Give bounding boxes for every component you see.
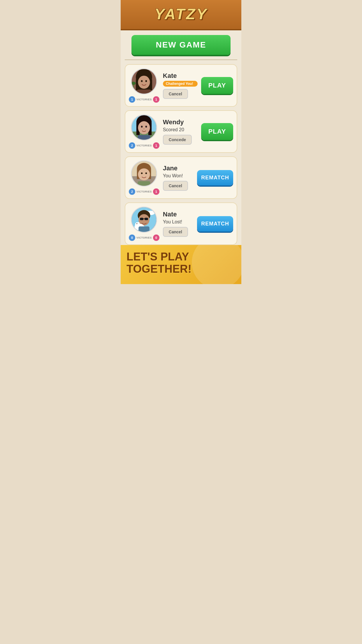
nate-my-victories: 0 [129, 235, 135, 241]
svg-point-26 [138, 168, 150, 180]
jane-victories: 2 VICTORIES 1 [129, 188, 159, 195]
jane-rematch-button[interactable]: REMATCH [197, 170, 233, 186]
svg-point-16 [141, 126, 143, 128]
svg-point-27 [141, 172, 143, 174]
wendy-my-victories: 2 [129, 142, 135, 149]
jane-info: Jane You Won! Cancel [163, 164, 194, 191]
wendy-their-victories: 1 [153, 142, 159, 149]
svg-rect-36 [145, 218, 148, 220]
nate-status: You Lost! [163, 219, 194, 225]
wendy-action: PLAY [201, 123, 233, 140]
player-card-kate: 1 VICTORIES 1 Kate Challenged You! Cance… [125, 64, 237, 107]
victories-label: VICTORIES [136, 98, 152, 101]
kate-their-victories: 1 [153, 96, 159, 103]
svg-point-17 [145, 126, 147, 128]
wendy-info: Wendy Scored 20 Concede [163, 118, 198, 145]
app-title: YATZY [121, 5, 241, 23]
divider [125, 60, 237, 60]
svg-rect-35 [140, 218, 143, 220]
nate-their-victories: 0 [153, 235, 159, 241]
svg-point-42 [137, 223, 138, 224]
kate-challenge-badge: Challenged You! [163, 81, 198, 87]
nate-avatar-svg [132, 207, 156, 232]
svg-rect-29 [138, 181, 150, 186]
kate-victories: 1 VICTORIES 1 [129, 96, 159, 103]
nate-avatar-section: 0 VICTORIES 0 [129, 206, 159, 241]
main-content: NEW GAME [121, 30, 241, 245]
svg-rect-6 [133, 84, 134, 92]
kate-my-victories: 1 [129, 96, 135, 103]
victories-label-4: VICTORIES [136, 236, 152, 239]
jane-name: Jane [163, 164, 194, 172]
wendy-name: Wendy [163, 118, 198, 126]
player-card-jane: 2 VICTORIES 1 Jane You Won! Cancel REMAT… [125, 156, 237, 199]
victories-label-3: VICTORIES [136, 190, 152, 193]
svg-rect-19 [138, 135, 150, 140]
svg-point-5 [145, 80, 147, 82]
player-card-nate: 0 VICTORIES 0 Nate You Lost! Cancel REMA… [125, 202, 237, 245]
nate-cancel-button[interactable]: Cancel [163, 227, 188, 237]
jane-avatar [131, 160, 157, 187]
kate-avatar-svg [132, 69, 156, 94]
jane-cancel-button[interactable]: Cancel [163, 181, 188, 191]
svg-point-15 [138, 121, 150, 134]
wendy-avatar [131, 114, 157, 141]
player-card-wendy: 2 VICTORIES 1 Wendy Scored 20 Concede PL… [125, 110, 237, 153]
jane-status: You Won! [163, 173, 194, 178]
nate-rematch-button[interactable]: REMATCH [197, 216, 233, 232]
kate-cancel-button[interactable]: Cancel [163, 89, 188, 99]
kate-play-button[interactable]: PLAY [201, 77, 233, 94]
bottom-banner-line1: LET'S PLAY [126, 251, 236, 263]
jane-avatar-svg [132, 161, 156, 186]
nate-name: Nate [163, 211, 194, 218]
new-game-button[interactable]: NEW GAME [131, 35, 231, 55]
app-header: YATZY [121, 0, 241, 30]
kate-avatar [131, 68, 157, 94]
bottom-banner-line2: TOGETHER! [126, 263, 236, 275]
jane-their-victories: 1 [153, 188, 159, 195]
svg-point-4 [141, 80, 143, 82]
nate-action: REMATCH [197, 216, 233, 232]
victories-label-2: VICTORIES [136, 144, 152, 147]
wendy-victories: 2 VICTORIES 1 [129, 142, 159, 149]
kate-avatar-section: 1 VICTORIES 1 [129, 68, 159, 103]
nate-avatar [131, 206, 157, 233]
nate-victories: 0 VICTORIES 0 [129, 235, 159, 241]
jane-avatar-section: 2 VICTORIES 1 [129, 160, 159, 195]
kate-name: Kate [163, 72, 198, 80]
wendy-status: Scored 20 [163, 127, 198, 132]
kate-info: Kate Challenged You! Cancel [163, 72, 198, 99]
svg-point-28 [145, 172, 147, 174]
wendy-play-button[interactable]: PLAY [201, 123, 233, 140]
svg-point-41 [138, 222, 140, 224]
wendy-avatar-svg [132, 115, 156, 140]
svg-rect-8 [137, 90, 151, 94]
svg-point-18 [144, 128, 145, 129]
kate-action: PLAY [201, 77, 233, 94]
wendy-concede-button[interactable]: Concede [163, 135, 192, 145]
nate-info: Nate You Lost! Cancel [163, 211, 194, 237]
svg-rect-43 [139, 226, 150, 232]
jane-action: REMATCH [197, 170, 233, 186]
svg-point-3 [138, 76, 150, 89]
bottom-banner: LET'S PLAY TOGETHER! [121, 245, 241, 284]
jane-my-victories: 2 [129, 188, 135, 195]
wendy-avatar-section: 2 VICTORIES 1 [129, 114, 159, 149]
